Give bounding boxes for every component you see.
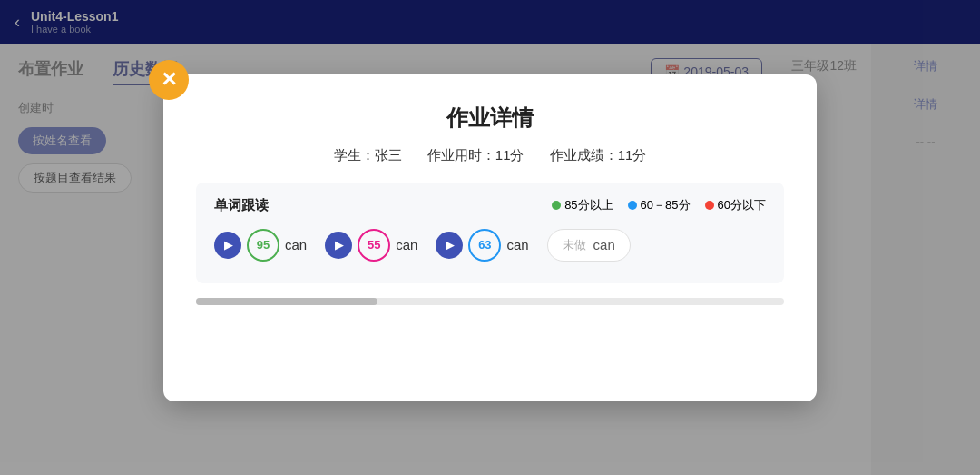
word-section-header: 单词跟读 85分以上 60－85分 60分以下 (214, 197, 766, 214)
dot-red-icon (705, 201, 714, 210)
play-btn-3[interactable]: ▶ (436, 232, 463, 259)
student-name: 学生：张三 (334, 147, 402, 163)
legend-blue-label: 60－85分 (641, 197, 691, 213)
modal-overlay: ✕ 作业详情 学生：张三 作业用时：11分 作业成绩：11分 单词跟读 85分以… (0, 0, 980, 475)
modal-close-btn[interactable]: ✕ (149, 60, 189, 100)
word-label-1: can (285, 237, 307, 252)
not-done-word: can (593, 237, 615, 252)
time-used: 作业用时：11分 (427, 147, 524, 163)
word-section-title: 单词跟读 (214, 197, 269, 214)
score-value-3: 63 (478, 238, 491, 252)
word-item-3: ▶ 63 can (436, 229, 528, 262)
word-label-3: can (506, 237, 528, 252)
play-btn-1[interactable]: ▶ (214, 232, 241, 259)
not-done-label: 未做 (563, 237, 586, 253)
modal-scrollbar[interactable] (196, 298, 784, 305)
dot-blue-icon (628, 201, 637, 210)
close-icon: ✕ (161, 68, 177, 92)
play-icon-2: ▶ (335, 238, 344, 252)
word-label-2: can (396, 237, 417, 252)
legend: 85分以上 60－85分 60分以下 (552, 197, 766, 213)
legend-green-label: 85分以上 (564, 197, 612, 213)
legend-red-label: 60分以下 (718, 197, 766, 213)
dot-green-icon (552, 201, 561, 210)
not-done-item: 未做 can (547, 229, 631, 262)
modal-scroll-thumb[interactable] (196, 298, 377, 305)
play-btn-2[interactable]: ▶ (325, 232, 352, 259)
legend-green: 85分以上 (552, 197, 612, 213)
play-icon-3: ▶ (446, 238, 455, 252)
score-label: 作业成绩：11分 (550, 147, 647, 163)
play-icon-1: ▶ (224, 238, 233, 252)
word-items-row: ▶ 95 can ▶ 55 can (214, 229, 766, 262)
legend-blue: 60－85分 (628, 197, 691, 213)
word-item-1: ▶ 95 can (214, 229, 307, 262)
modal-dialog: ✕ 作业详情 学生：张三 作业用时：11分 作业成绩：11分 单词跟读 85分以… (163, 74, 817, 401)
score-circle-2: 55 (358, 229, 390, 262)
score-value-1: 95 (257, 238, 270, 252)
score-circle-3: 63 (468, 229, 501, 262)
modal-title: 作业详情 (196, 104, 784, 133)
word-section: 单词跟读 85分以上 60－85分 60分以下 (196, 183, 784, 283)
score-circle-1: 95 (247, 229, 279, 262)
legend-red: 60分以下 (705, 197, 766, 213)
score-value-2: 55 (368, 238, 380, 252)
modal-subtitle: 学生：张三 作业用时：11分 作业成绩：11分 (196, 147, 784, 164)
word-item-2: ▶ 55 can (325, 229, 417, 262)
